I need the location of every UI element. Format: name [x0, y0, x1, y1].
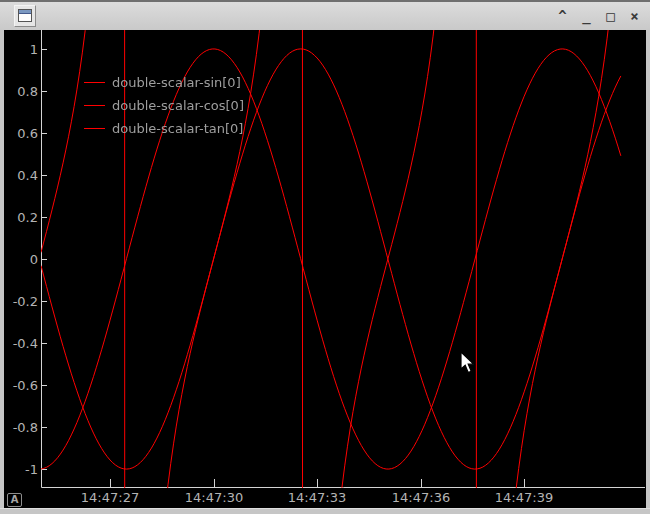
plot-area: 1 0.8 0.6 0.4 0.2 0 -0.2 -0.4 -0.6 -0.8 …: [4, 30, 646, 508]
x-tick-label: 14:47:30: [185, 490, 243, 505]
legend-label: double-scalar-cos[0]: [112, 98, 244, 113]
legend-line-swatch: [84, 82, 105, 83]
maximize-button[interactable]: □: [603, 6, 618, 26]
y-tick-label: 0: [0, 252, 38, 267]
y-tick-label: -0.8: [0, 420, 38, 435]
x-tick-label: 14:47:33: [288, 490, 346, 505]
legend-line-swatch: [84, 105, 105, 106]
x-tick-label: 14:47:39: [495, 490, 553, 505]
x-tick-label: 14:47:36: [392, 490, 450, 505]
plot-window: ^ _ □ × 1 0.8 0.6 0.4 0.2 0 -0.2 -0.4 -0…: [0, 0, 650, 514]
minimize-button[interactable]: _: [579, 6, 594, 26]
close-button[interactable]: ×: [627, 6, 642, 26]
y-tick-label: 1: [0, 42, 38, 57]
y-tick-label: 0.6: [0, 126, 38, 141]
legend-line-swatch: [84, 128, 105, 129]
y-tick-label: -1: [0, 462, 38, 477]
y-tick-label: -0.2: [0, 294, 38, 309]
legend: double-scalar-sin[0] double-scalar-cos[0…: [84, 71, 244, 140]
legend-label: double-scalar-tan[0]: [112, 121, 243, 136]
shade-button[interactable]: ^: [555, 6, 570, 26]
window-menu-icon[interactable]: [14, 5, 36, 27]
mini-window-icon: [18, 9, 32, 22]
legend-item-tan: double-scalar-tan[0]: [84, 117, 244, 140]
x-tick-label: 14:47:27: [81, 490, 139, 505]
y-tick-label: -0.4: [0, 336, 38, 351]
y-tick-label: -0.6: [0, 378, 38, 393]
window-frame-bottom[interactable]: [0, 508, 650, 514]
y-tick-label: 0.8: [0, 84, 38, 99]
y-tick-label: 0.4: [0, 168, 38, 183]
titlebar[interactable]: ^ _ □ ×: [0, 0, 650, 30]
legend-label: double-scalar-sin[0]: [112, 75, 241, 90]
autoscale-button[interactable]: A: [7, 493, 22, 507]
legend-item-sin: double-scalar-sin[0]: [84, 71, 244, 94]
y-tick-label: 0.2: [0, 210, 38, 225]
legend-item-cos: double-scalar-cos[0]: [84, 94, 244, 117]
window-controls: ^ _ □ ×: [555, 2, 642, 30]
